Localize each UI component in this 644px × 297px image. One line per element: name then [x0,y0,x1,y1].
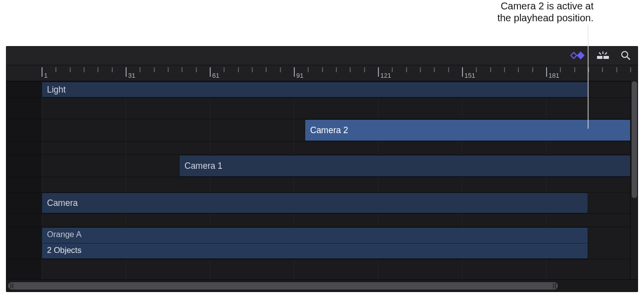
vertical-scrollbar[interactable] [630,81,638,279]
ruler-minor-tick [406,67,407,72]
clip-label: Camera [47,198,78,208]
ruler-label: 1 [44,72,47,79]
timeline-toolbar [6,46,638,65]
track-row-light[interactable]: Light [6,81,630,98]
annotation-leader-line [588,25,589,129]
ruler-minor-tick [616,67,617,72]
ruler-minor-tick [560,67,561,72]
ruler-minor-tick [308,67,309,72]
clip-label: Camera 1 [184,161,223,171]
ruler-minor-tick [224,67,225,72]
clip-group-orange-a[interactable]: Orange A 2 Objects [42,227,588,259]
ruler-minor-tick [266,67,267,72]
ruler-minor-tick [490,67,491,72]
ruler-label: 181 [549,72,559,79]
ruler-minor-tick [168,67,169,72]
vertical-scroll-thumb[interactable] [632,81,637,198]
clip-light[interactable]: Light [42,82,588,98]
annotation-line1: Camera 2 is active at [497,0,594,12]
track-row-camera[interactable]: Camera [6,192,630,214]
ruler-minor-tick [154,67,155,72]
ruler-minor-tick [139,67,140,72]
ruler-minor-tick [84,67,85,72]
ruler-minor-tick [350,67,351,72]
ruler-minor-tick [97,67,98,72]
timeline-tracks[interactable]: Light Camera 2 Camera 1 Camera Orange A [6,81,630,279]
track-row-camera-1[interactable]: Camera 1 [6,154,630,177]
ruler-minor-tick [336,67,337,72]
clip-camera-1[interactable]: Camera 1 [179,155,631,177]
ruler-minor-tick [238,67,239,72]
svg-rect-0 [597,56,602,59]
timeline-panel: 1316191121151181 Light Camera 2 Camera 1… [6,46,638,292]
ruler-major-tick [126,67,127,77]
ruler-minor-tick [518,67,519,72]
ruler-minor-tick [280,67,281,72]
ruler-minor-tick [532,67,533,72]
timeline-ruler[interactable]: 1316191121151181 [6,65,638,81]
horizontal-scroll-thumb[interactable] [8,282,558,290]
ruler-label: 151 [464,72,475,79]
ruler-minor-tick [182,67,183,72]
svg-point-2 [622,51,628,57]
track-row-group[interactable]: Orange A 2 Objects [6,227,630,259]
ruler-major-tick [294,67,295,77]
ruler-label: 91 [296,72,303,79]
track-row-camera-2[interactable]: Camera 2 [6,119,630,142]
ruler-minor-tick [196,67,197,72]
ruler-label: 61 [212,72,219,79]
group-divider [43,243,587,244]
ruler-label: 121 [380,72,391,79]
ruler-minor-tick [112,67,113,72]
ruler-minor-tick [392,67,393,72]
snap-icon[interactable] [596,50,610,61]
horizontal-scrollbar[interactable] [6,279,638,292]
ruler-minor-tick [448,67,449,72]
group-name-label: Orange A [47,230,82,239]
ruler-minor-tick [364,67,365,72]
ruler-minor-tick [602,67,603,72]
ruler-minor-tick [476,67,477,72]
ruler-major-tick [42,67,43,77]
ruler-major-tick [546,67,547,77]
ruler-minor-tick [574,67,575,72]
clip-camera-2[interactable]: Camera 2 [305,119,631,141]
clip-label: Light [47,85,66,95]
svg-rect-1 [603,56,609,59]
zoom-icon[interactable] [620,50,631,61]
clip-camera[interactable]: Camera [42,193,588,213]
ruler-label: 31 [128,72,135,79]
clip-label: Camera 2 [310,125,348,136]
ruler-minor-tick [420,67,421,72]
ruler-minor-tick [322,67,323,72]
ruler-major-tick [210,67,211,77]
ruler-minor-tick [434,67,435,72]
ruler-major-tick [462,67,463,77]
ruler-minor-tick [252,67,253,72]
ruler-major-tick [378,67,379,77]
annotation-line2: the playhead position. [497,12,594,24]
annotation-callout: Camera 2 is active at the playhead posit… [497,0,594,24]
keyframe-diamond-icon[interactable] [568,50,586,61]
ruler-minor-tick [55,67,56,72]
group-count-label: 2 Objects [47,246,82,255]
ruler-minor-tick [504,67,505,72]
ruler-minor-tick [70,67,71,72]
